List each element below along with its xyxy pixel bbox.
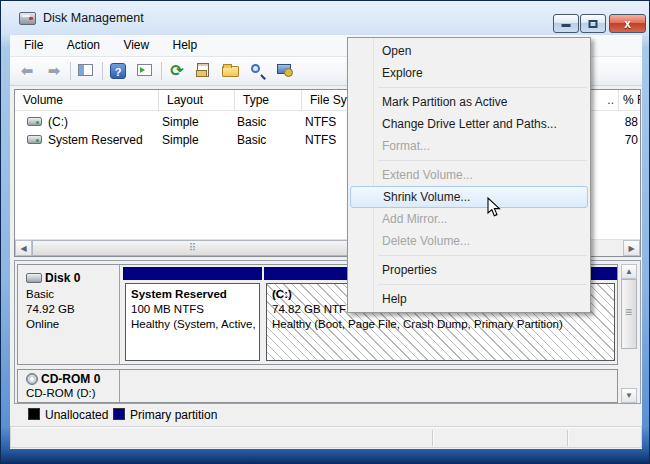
partition-size: 100 MB NTFS [131, 303, 259, 315]
horizontal-scrollbar-thumb[interactable] [32, 240, 352, 256]
manage-computer-icon [277, 64, 291, 74]
help-button[interactable]: ? [107, 60, 129, 82]
disk0-name: Disk 0 [45, 271, 80, 285]
find-icon [251, 64, 260, 73]
menu-separator [378, 160, 587, 161]
menu-help[interactable]: Help [163, 35, 208, 57]
show-action-pane-icon [137, 64, 152, 76]
menu-separator [378, 255, 587, 256]
volume-icon [27, 117, 42, 126]
legend-label: Primary partition [130, 408, 217, 422]
back-icon: ⬅ [21, 62, 34, 79]
maximize-button[interactable] [580, 14, 606, 33]
forward-button[interactable]: ➡ [43, 60, 65, 82]
volume-percent-free: 88 [611, 115, 638, 129]
cdrom-icon [26, 373, 38, 385]
scroll-up-arrow-icon[interactable]: ▲ [621, 264, 637, 279]
disk0-type: Basic [26, 288, 119, 300]
scroll-left-arrow-icon[interactable]: ◀ [15, 240, 32, 256]
volume-type: Basic [237, 115, 266, 129]
menu-item-help[interactable]: Help [350, 288, 588, 310]
mouse-cursor [487, 197, 501, 218]
unallocated-swatch [28, 408, 40, 420]
cdrom-row: CD-ROM 0 CD-ROM (D:) [17, 369, 618, 403]
volume-icon [27, 135, 42, 144]
primary-partition-color-bar [123, 267, 262, 280]
find-button[interactable] [247, 60, 269, 82]
show-console-tree-icon [78, 64, 93, 76]
status-divider [567, 430, 568, 446]
menu-view[interactable]: View [113, 35, 159, 57]
menu-item-shrink-volume[interactable]: Shrink Volume... [350, 186, 588, 208]
properties-icon [197, 63, 209, 77]
show-action-pane-button[interactable] [134, 60, 156, 82]
toolbar-separator [161, 62, 162, 80]
window-title: Disk Management [43, 11, 144, 25]
volume-percent-free: 70 [611, 133, 638, 147]
menu-item-extend-volume[interactable]: Extend Volume... [350, 164, 588, 186]
legend: Unallocated Primary partition [14, 406, 641, 423]
context-menu: Open Explore Mark Partition as Active Ch… [347, 37, 591, 313]
menu-action[interactable]: Action [57, 35, 110, 57]
menu-separator [378, 87, 587, 88]
cdrom-drive-letter: CD-ROM (D:) [26, 387, 119, 399]
menu-item-open[interactable]: Open [350, 40, 588, 62]
partition-name: System Reserved [131, 288, 259, 300]
scroll-down-arrow-icon[interactable]: ▼ [621, 388, 637, 403]
open-folder-icon [222, 66, 239, 77]
maximize-icon [589, 20, 598, 28]
scroll-right-arrow-icon[interactable]: ▶ [623, 240, 640, 256]
menu-item-delete-volume[interactable]: Delete Volume... [350, 230, 588, 252]
show-console-tree-button[interactable] [75, 60, 97, 82]
menu-item-add-mirror[interactable]: Add Mirror... [350, 208, 588, 230]
close-icon: x [624, 17, 631, 31]
status-bar [10, 426, 642, 448]
vertical-scrollbar[interactable]: ▲ ▼ [621, 264, 638, 403]
help-icon: ? [110, 63, 126, 79]
volume-file-system: NTFS [305, 115, 336, 129]
open-folder-button[interactable] [220, 60, 242, 82]
volume-name: (C:) [48, 115, 68, 129]
minimize-icon [562, 24, 571, 27]
manage-computer-button[interactable] [274, 60, 296, 82]
toolbar-separator [102, 62, 103, 80]
primary-partition-swatch [113, 408, 125, 420]
menu-separator [378, 284, 587, 285]
titlebar[interactable]: Disk Management x [3, 3, 647, 35]
partition-health: Healthy (Boot, Page File, Crash Dump, Pr… [272, 318, 614, 330]
volume-type: Basic [237, 133, 266, 147]
menu-item-change-drive-letter[interactable]: Change Drive Letter and Paths... [350, 113, 588, 135]
status-divider [432, 430, 433, 446]
menu-item-properties[interactable]: Properties [350, 259, 588, 281]
partition-health: Healthy (System, Active, [131, 318, 259, 330]
disk0-status: Online [26, 318, 119, 330]
menu-item-explore[interactable]: Explore [350, 62, 588, 84]
toolbar-separator [70, 62, 71, 80]
column-header-layout[interactable]: Layout [159, 90, 235, 111]
back-button[interactable]: ⬅ [16, 60, 38, 82]
cdrom-name: CD-ROM 0 [41, 372, 100, 386]
column-header-type[interactable]: Type [235, 90, 302, 111]
volume-layout: Simple [162, 133, 199, 147]
menu-item-mark-partition-active[interactable]: Mark Partition as Active [350, 91, 588, 113]
column-header-volume[interactable]: Volume [15, 90, 159, 111]
volume-file-system: NTFS [305, 133, 336, 147]
minimize-button[interactable] [553, 14, 579, 33]
vertical-scrollbar-thumb[interactable] [621, 279, 637, 349]
cdrom-label-cell[interactable]: CD-ROM 0 CD-ROM (D:) [18, 370, 120, 402]
legend-label: Unallocated [45, 408, 108, 422]
menu-file[interactable]: File [14, 35, 53, 57]
volume-layout: Simple [162, 115, 199, 129]
partition-system-reserved[interactable]: System Reserved 100 MB NTFS Healthy (Sys… [123, 266, 262, 363]
volume-name: System Reserved [48, 133, 143, 147]
menu-item-format[interactable]: Format... [350, 135, 588, 157]
disk-icon [26, 273, 42, 283]
close-button[interactable]: x [609, 14, 646, 33]
column-header-percent-free[interactable]: % Free [619, 90, 640, 111]
properties-button[interactable] [193, 60, 215, 82]
disk-management-window: Disk Management x File Action View Help … [0, 0, 650, 464]
refresh-button[interactable]: ⟳ [166, 60, 188, 82]
disk-management-app-icon [19, 12, 36, 25]
forward-icon: ➡ [48, 62, 61, 79]
disk0-label-cell[interactable]: Disk 0 Basic 74.92 GB Online [18, 265, 120, 364]
